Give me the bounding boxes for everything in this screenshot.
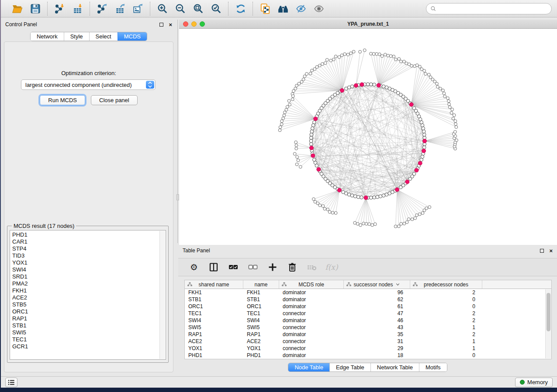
mcds-node[interactable]	[354, 83, 358, 87]
leaf-node[interactable]	[285, 108, 288, 111]
cell[interactable]: 31	[344, 338, 410, 345]
network-node[interactable]	[412, 107, 416, 110]
cell[interactable]: 2	[410, 289, 482, 296]
mcds-node[interactable]	[314, 117, 318, 121]
mcds-node[interactable]	[415, 168, 419, 172]
tab-select[interactable]: Select	[89, 32, 118, 41]
leaf-node[interactable]	[411, 218, 414, 221]
network-node[interactable]	[353, 195, 357, 198]
table-row[interactable]: TEC1TEC1connector472	[185, 310, 551, 317]
leaf-node[interactable]	[356, 222, 359, 225]
columns-icon[interactable]	[208, 262, 219, 272]
result-node[interactable]: ORC1	[10, 308, 159, 315]
leaf-node[interactable]	[442, 89, 445, 92]
leaf-node[interactable]	[329, 59, 332, 62]
cell[interactable]: connector	[279, 310, 344, 317]
column-header-shared-name[interactable]: shared name	[185, 280, 243, 289]
leaf-node[interactable]	[343, 53, 346, 56]
result-node[interactable]: TEC1	[10, 336, 159, 343]
cell[interactable]: dominator	[279, 289, 344, 296]
leaf-node[interactable]	[424, 72, 427, 76]
leaf-node[interactable]	[362, 222, 365, 225]
leaf-node[interactable]	[295, 84, 298, 87]
result-node[interactable]: STB1	[10, 322, 159, 329]
leaf-node[interactable]	[278, 129, 281, 132]
leaf-node[interactable]	[295, 147, 298, 150]
network-node[interactable]	[382, 85, 385, 88]
cell[interactable]: 0	[410, 296, 482, 303]
mcds-node[interactable]	[377, 83, 381, 87]
leaf-node[interactable]	[323, 207, 326, 210]
search-input[interactable]	[426, 3, 552, 14]
leaf-node[interactable]	[321, 62, 324, 65]
network-node[interactable]	[310, 130, 314, 133]
cell[interactable]: RAP1	[185, 331, 243, 338]
cell[interactable]: dominator	[279, 317, 344, 324]
leaf-node[interactable]	[312, 198, 315, 201]
result-node[interactable]: TID3	[10, 252, 159, 259]
hide-panels-icon[interactable]	[295, 3, 307, 14]
open-file-icon[interactable]	[11, 3, 23, 14]
leaf-node[interactable]	[359, 50, 362, 53]
leaf-node[interactable]	[414, 217, 417, 220]
leaf-node[interactable]	[443, 92, 446, 95]
leaf-node[interactable]	[447, 100, 450, 103]
leaf-node[interactable]	[403, 222, 406, 225]
leaf-node[interactable]	[429, 76, 432, 79]
table-row[interactable]: YOX1YOX1connector291	[185, 345, 551, 352]
mcds-node[interactable]	[309, 146, 313, 150]
mcds-node[interactable]	[311, 154, 315, 158]
leaf-node[interactable]	[389, 55, 392, 58]
leaf-node[interactable]	[371, 224, 374, 227]
leaf-node[interactable]	[334, 212, 337, 215]
network-node[interactable]	[370, 196, 373, 199]
table-row[interactable]: SWI5SWI5connector431	[185, 324, 551, 331]
cell[interactable]: 18	[344, 352, 410, 359]
memory-button[interactable]: Memory	[515, 378, 553, 387]
leaf-node[interactable]	[415, 214, 419, 217]
leaf-node[interactable]	[394, 225, 397, 228]
leaf-node[interactable]	[403, 60, 406, 63]
cell[interactable]: 29	[344, 345, 410, 352]
tab-network[interactable]: Network	[31, 32, 64, 41]
leaf-node[interactable]	[340, 54, 343, 57]
leaf-node[interactable]	[400, 60, 403, 63]
leaf-node[interactable]	[397, 225, 400, 228]
table-row[interactable]: FKH1FKH1dominator962	[185, 289, 551, 296]
cell[interactable]: dominator	[279, 331, 344, 338]
result-node[interactable]: YOX1	[10, 259, 159, 266]
leaf-node[interactable]	[303, 75, 306, 78]
leaf-node[interactable]	[352, 50, 355, 53]
mcds-node[interactable]	[422, 139, 426, 143]
float-table-panel-icon[interactable]	[540, 249, 544, 253]
zoom-out-icon[interactable]	[174, 3, 186, 14]
save-session-icon[interactable]	[29, 3, 41, 14]
network-graph[interactable]	[179, 29, 557, 245]
column-header-predecessor-nodes[interactable]: predecessor nodes	[410, 280, 482, 289]
leaf-node[interactable]	[439, 87, 442, 90]
leaf-node[interactable]	[381, 55, 384, 58]
result-node[interactable]: RAP1	[10, 315, 159, 322]
table-row[interactable]: ORC1ORC1dominator610	[185, 303, 551, 310]
cell[interactable]: 61	[344, 303, 410, 310]
leaf-node[interactable]	[286, 105, 289, 108]
import-network-icon[interactable]	[54, 3, 66, 14]
zoom-in-icon[interactable]	[156, 3, 168, 14]
mcds-node[interactable]	[395, 188, 399, 192]
cell[interactable]: SWI4	[185, 317, 243, 324]
network-node[interactable]	[376, 195, 379, 199]
leaf-node[interactable]	[374, 223, 377, 226]
network-window-titlebar[interactable]: YPA_prune.txt_1	[179, 20, 557, 29]
network-node[interactable]	[422, 130, 426, 133]
leaf-node[interactable]	[294, 141, 298, 144]
leaf-node[interactable]	[418, 213, 421, 216]
cell[interactable]: connector	[279, 338, 344, 345]
leaf-node[interactable]	[370, 52, 373, 55]
leaf-node[interactable]	[398, 58, 401, 61]
deselect-all-icon[interactable]	[248, 262, 258, 272]
table-row[interactable]: ACE2ACE2connector311	[185, 338, 551, 345]
run-mcds-button[interactable]: Run MCDS	[40, 95, 85, 105]
cell[interactable]: 0	[410, 303, 482, 310]
mcds-node[interactable]	[364, 196, 368, 199]
leaf-node[interactable]	[450, 111, 453, 114]
